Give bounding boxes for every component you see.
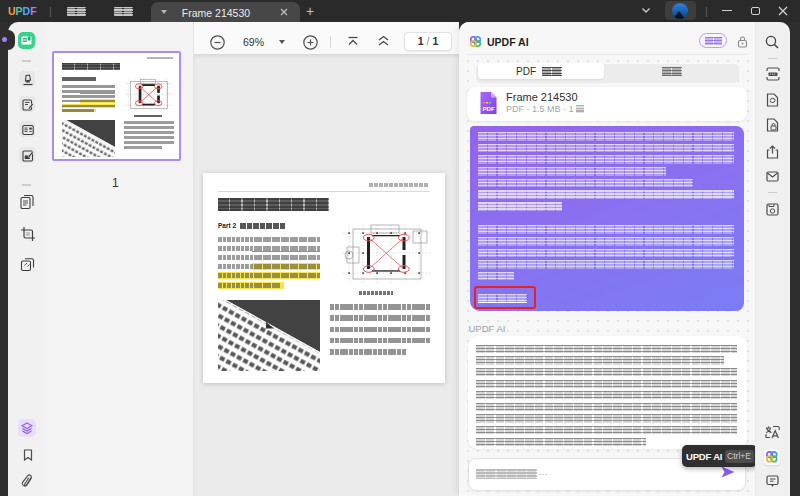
svg-text:PDF: PDF: [482, 105, 495, 112]
